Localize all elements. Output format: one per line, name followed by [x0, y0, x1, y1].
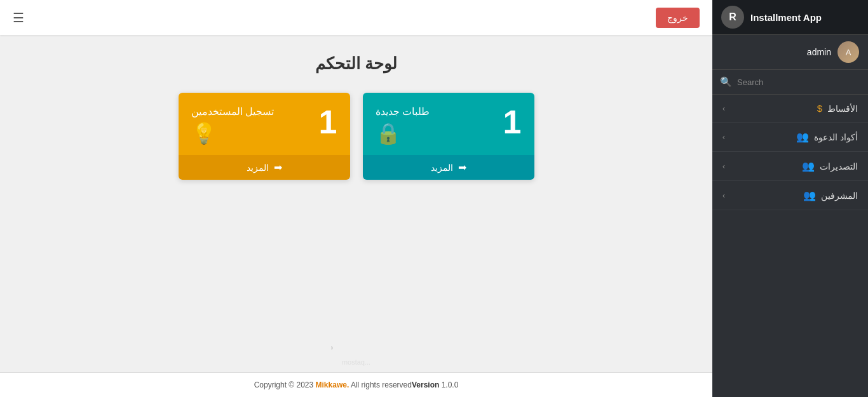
- card-new-requests: 1 طلبات جديدة 🔒 ➡ المزيد: [363, 93, 534, 180]
- users-icon: 👥: [796, 131, 809, 143]
- sidebar-user-section: admin A: [712, 35, 868, 70]
- card-user-reg-label: تسجيل المستخدمين: [191, 105, 274, 118]
- sidebar-item-exports[interactable]: ‹ التصديرات 👥: [712, 152, 868, 181]
- sidebar-nav: ‹ الأقساط $ ‹ أكواد الدعوة 👥 ‹ التصديرات…: [712, 95, 868, 397]
- topbar: خروج ☰: [0, 0, 712, 35]
- card-new-requests-label: طلبات جديدة: [376, 105, 430, 118]
- search-input[interactable]: [737, 77, 860, 87]
- sidebar-header: R Installment App: [712, 0, 868, 35]
- sidebar-item-supervisors[interactable]: ‹ المشرفين 👥: [712, 181, 868, 210]
- avatar: A: [837, 41, 859, 63]
- hamburger-icon[interactable]: ☰: [13, 10, 24, 25]
- sidebar: R Installment App admin A 🔍 ‹ الأقساط $ …: [712, 0, 868, 397]
- card-user-reg-more-label: المزيد: [247, 163, 269, 173]
- chevron-icon: ‹: [722, 191, 725, 200]
- nav-label-installments: الأقساط: [827, 104, 858, 114]
- nav-label-invite-codes: أكواد الدعوة: [814, 132, 858, 142]
- card-new-requests-top: 1 طلبات جديدة 🔒: [363, 93, 534, 155]
- card-new-requests-number: 1: [503, 105, 522, 138]
- card-user-reg-more[interactable]: ➡ المزيد: [179, 155, 350, 180]
- arrow-circle-icon: ➡: [458, 161, 466, 173]
- supervisor-icon: 👥: [803, 189, 816, 201]
- nav-label-exports: التصديرات: [820, 161, 858, 172]
- app-logo: R: [721, 6, 744, 29]
- dollar-icon: $: [817, 103, 822, 114]
- lock-icon: 🔒: [376, 121, 401, 145]
- sidebar-search-box[interactable]: 🔍: [712, 70, 868, 95]
- sidebar-item-invite-codes[interactable]: ‹ أكواد الدعوة 👥: [712, 123, 868, 152]
- export-icon: 👥: [802, 160, 815, 172]
- bulb-icon: 💡: [191, 121, 217, 145]
- nav-label-supervisors: المشرفين: [821, 191, 858, 201]
- watermark: مستقل mostaq...: [0, 329, 712, 372]
- svg-text:مستقل: مستقل: [331, 341, 334, 351]
- sidebar-username: admin: [807, 47, 831, 57]
- rights-text: All rights reserved: [349, 380, 412, 389]
- copyright-text: Copyright © 2023: [254, 380, 316, 389]
- footer: Copyright © 2023 Mikkawe. All rights res…: [0, 372, 712, 397]
- card-user-reg-top: 1 تسجيل المستخدمين 💡: [179, 93, 350, 155]
- sidebar-item-installments[interactable]: ‹ الأقساط $: [712, 95, 868, 123]
- chevron-icon: ‹: [722, 162, 725, 171]
- card-new-requests-more[interactable]: ➡ المزيد: [363, 155, 534, 180]
- chevron-icon: ‹: [722, 104, 725, 113]
- card-user-registrations: 1 تسجيل المستخدمين 💡 ➡ المزيد: [179, 93, 350, 180]
- page-content: لوحة التحكم 1 طلبات جديدة 🔒 ➡ المزيد: [0, 35, 712, 329]
- page-title: لوحة التحكم: [25, 54, 687, 74]
- card-new-requests-more-label: المزيد: [431, 163, 453, 173]
- chevron-icon: ‹: [722, 133, 725, 142]
- version-number: 1.0.0: [442, 380, 459, 389]
- arrow-circle-icon: ➡: [274, 161, 282, 173]
- app-title: Installment App: [750, 12, 822, 23]
- card-user-reg-number: 1: [319, 105, 337, 138]
- version-label: Version: [412, 380, 439, 389]
- logout-button[interactable]: خروج: [656, 8, 700, 28]
- main-content: خروج ☰ لوحة التحكم 1 طلبات جديدة 🔒 ➡ الم…: [0, 0, 712, 397]
- search-icon: 🔍: [720, 76, 732, 88]
- dashboard-cards: 1 طلبات جديدة 🔒 ➡ المزيد 1 تسجيل المستخد…: [25, 93, 687, 180]
- brand-text: Mikkawe.: [316, 380, 349, 389]
